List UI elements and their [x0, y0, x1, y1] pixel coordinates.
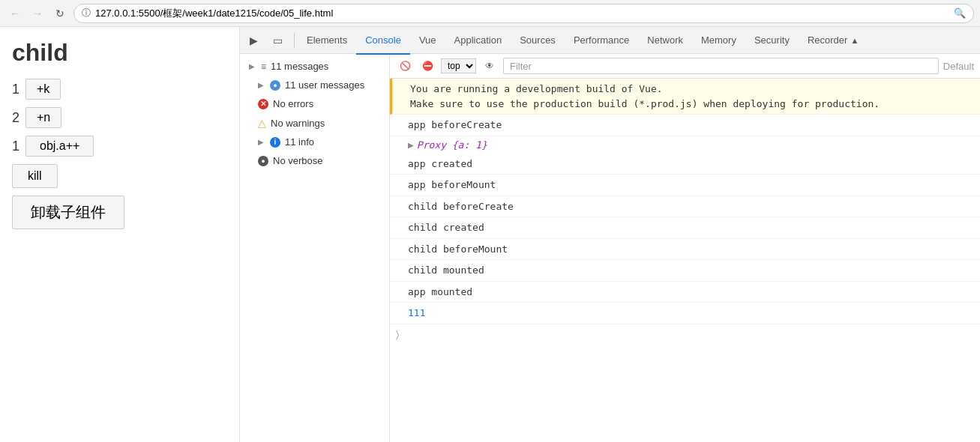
sidebar-label-info: 11 info — [285, 136, 314, 148]
row1-number: 1 — [12, 82, 19, 97]
tab-application[interactable]: Application — [445, 28, 511, 55]
devtools-panel: ▶ ▭ Elements Console Vue Application Sou… — [240, 27, 980, 442]
console-message-child-beforecreate: child beforeCreate — [390, 196, 980, 218]
tab-separator — [294, 33, 295, 48]
sidebar-item-errors[interactable]: ✕ No errors — [240, 94, 389, 113]
verbose-icon: ● — [258, 156, 268, 166]
arrow-icon-info: ▶ — [258, 138, 264, 146]
info-icon: i — [270, 137, 280, 148]
filter-input[interactable] — [503, 58, 939, 74]
tab-security[interactable]: Security — [745, 28, 799, 55]
tab-elements[interactable]: Elements — [298, 28, 356, 55]
unmount-button[interactable]: 卸载子组件 — [12, 196, 124, 229]
eye-icon[interactable]: 👁 — [481, 57, 499, 75]
console-message-111: 111 — [390, 303, 980, 324]
sidebar-label-user-messages: 11 user messages — [285, 79, 364, 91]
clear-console-button[interactable]: 🚫 — [396, 57, 414, 75]
expand-arrow-icon[interactable]: ▶ — [408, 139, 414, 151]
console-message-app-beforecreate: app beforeCreate — [390, 115, 980, 136]
search-icon: 🔍 — [954, 7, 966, 19]
warning-icon: △ — [258, 117, 266, 129]
sidebar-item-user-messages[interactable]: ▶ ● 11 user messages — [240, 76, 389, 94]
prompt-arrow-icon: 〉 — [396, 329, 399, 341]
sidebar-item-warnings[interactable]: △ No warnings — [240, 113, 389, 133]
tab-network[interactable]: Network — [638, 28, 692, 55]
row-3: 1 obj.a++ — [12, 136, 227, 157]
sidebar-label-verbose: No verbose — [273, 155, 322, 166]
main-content: child 1 +k 2 +n 1 obj.a++ kill 卸载子组件 ▶ ▭… — [0, 27, 980, 442]
browser-toolbar: ← → ↻ ⓘ 127.0.0.1:5500/框架/week1/date1215… — [0, 0, 980, 27]
inspect-element-icon[interactable]: ▶ — [243, 30, 264, 51]
console-message-vue-warning: You are running a development build of V… — [390, 79, 980, 115]
row-1: 1 +k — [12, 79, 227, 100]
console-message-app-created: app created — [390, 154, 980, 175]
sidebar-item-all-messages[interactable]: ▶ ≡ 11 messages — [240, 57, 389, 76]
obj-a-increment-button[interactable]: obj.a++ — [25, 136, 94, 157]
tab-console[interactable]: Console — [356, 28, 410, 55]
url-text: 127.0.0.1:5500/框架/week1/date1215/code/05… — [95, 7, 333, 20]
devtools-tabbar: ▶ ▭ Elements Console Vue Application Sou… — [240, 27, 980, 54]
sidebar-label-warnings: No warnings — [271, 118, 325, 129]
error-icon: ✕ — [258, 99, 268, 109]
block-icon[interactable]: ⛔ — [418, 57, 436, 75]
sidebar-item-verbose[interactable]: ● No verbose — [240, 151, 389, 170]
console-prompt: 〉 — [390, 324, 980, 345]
console-filter-bar: 🚫 ⛔ top 👁 Default — [390, 54, 980, 79]
arrow-icon-user: ▶ — [258, 81, 264, 89]
context-select[interactable]: top — [441, 58, 476, 73]
tab-performance[interactable]: Performance — [565, 28, 638, 55]
tab-recorder[interactable]: Recorder ▲ — [799, 28, 868, 55]
console-message-child-created: child created — [390, 217, 980, 239]
console-message-proxy[interactable]: ▶Proxy {a: 1} — [390, 136, 980, 154]
row2-number: 2 — [12, 110, 19, 126]
sidebar-label-errors: No errors — [273, 98, 313, 109]
kill-button[interactable]: kill — [12, 164, 58, 188]
back-button[interactable]: ← — [6, 4, 24, 22]
list-icon: ≡ — [261, 61, 266, 72]
reload-button[interactable]: ↻ — [51, 4, 69, 22]
tab-memory[interactable]: Memory — [692, 28, 745, 55]
address-bar[interactable]: ⓘ 127.0.0.1:5500/框架/week1/date1215/code/… — [73, 4, 974, 23]
console-message-child-mounted: child mounted — [390, 260, 980, 282]
device-toolbar-icon[interactable]: ▭ — [267, 30, 288, 51]
plus-n-button[interactable]: +n — [25, 107, 61, 128]
sidebar-item-info[interactable]: ▶ i 11 info — [240, 133, 389, 151]
console-sidebar: ▶ ≡ 11 messages ▶ ● 11 user messages ✕ N… — [240, 54, 390, 442]
tab-sources[interactable]: Sources — [511, 28, 565, 55]
sidebar-label-messages: 11 messages — [271, 61, 328, 72]
console-output-area: 🚫 ⛔ top 👁 Default You are running a deve… — [390, 54, 980, 442]
console-message-app-mounted: app mounted — [390, 282, 980, 303]
devtools-body: ▶ ≡ 11 messages ▶ ● 11 user messages ✕ N… — [240, 54, 980, 442]
arrow-icon: ▶ — [249, 62, 255, 70]
page-title: child — [12, 39, 227, 67]
console-message-app-beforemount: app beforeMount — [390, 175, 980, 196]
default-label: Default — [943, 61, 974, 72]
row-2: 2 +n — [12, 107, 227, 128]
user-icon: ● — [270, 80, 280, 91]
forward-button[interactable]: → — [28, 4, 46, 22]
console-message-child-beforemount: child beforeMount — [390, 239, 980, 261]
tab-vue[interactable]: Vue — [410, 28, 445, 55]
console-messages: You are running a development build of V… — [390, 79, 980, 442]
page-content: child 1 +k 2 +n 1 obj.a++ kill 卸载子组件 — [0, 27, 240, 442]
plus-k-button[interactable]: +k — [25, 79, 61, 100]
secure-icon: ⓘ — [82, 7, 91, 19]
row3-number: 1 — [12, 139, 19, 154]
